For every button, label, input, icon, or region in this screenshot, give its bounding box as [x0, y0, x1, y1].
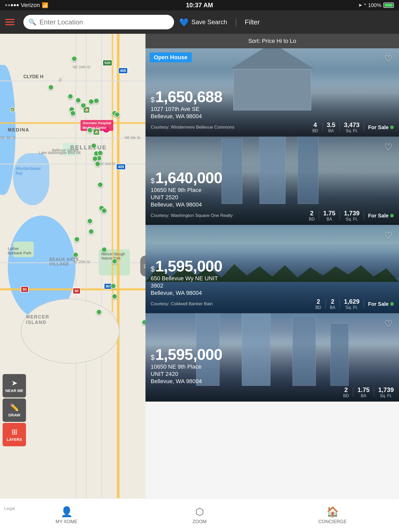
road-label-ne8th-e: NE 8th St: [125, 136, 140, 140]
map-marker-22[interactable]: [88, 229, 94, 234]
map-marker-26[interactable]: [112, 258, 117, 264]
tab-concierge[interactable]: 🏠 CONCIERGE: [266, 506, 399, 524]
map-marker-14[interactable]: [97, 150, 103, 156]
home-pin-marker-2: 🏠: [93, 129, 100, 135]
signal-dot-2: [8, 4, 10, 6]
map-section[interactable]: 10... NE 24th St NE 8th St NE 8th St NE …: [0, 34, 145, 498]
meydenbauer-bay-water: [13, 153, 49, 205]
heart-outline-icon-1: ♡: [384, 54, 393, 64]
search-box[interactable]: 🔍: [23, 15, 174, 29]
draw-button[interactable]: ✏️ DRAW: [3, 398, 26, 422]
map-marker-17[interactable]: [95, 161, 101, 167]
address-line-2a: 10650 NE 9th Place: [151, 187, 394, 194]
save-search-label: Save Search: [191, 18, 227, 26]
battery-fill: [384, 4, 393, 7]
map-marker-0[interactable]: [71, 56, 77, 62]
draw-icon: ✏️: [10, 403, 19, 412]
favorite-button-2[interactable]: ♡: [382, 141, 395, 154]
stat-divider-4b: [374, 388, 374, 397]
map-marker-11[interactable]: [87, 127, 93, 133]
filter-button[interactable]: Filter: [245, 18, 260, 26]
home-pin-marker-3: 🏠: [10, 107, 15, 112]
map-marker-24[interactable]: [101, 247, 107, 252]
address-line-3b: 3902: [151, 282, 394, 289]
map-marker-1[interactable]: [48, 84, 54, 90]
map-marker-28[interactable]: [112, 294, 117, 299]
map-buttons-container: ➤ NEAR ME ✏️ DRAW ⊞ LAYERS: [3, 374, 26, 446]
courtesy-2: Courtesy: Washington Square One Realty: [151, 213, 309, 218]
menu-button[interactable]: [5, 16, 18, 29]
map-marker-27[interactable]: [110, 283, 116, 289]
sqft-stat-4: 1,739 Sq. Ft.: [378, 386, 394, 398]
listing-details-1: Courtesy: Windermere Bellevue Commons 4 …: [151, 121, 394, 133]
stats-4: 2 BD 1.75 BA 1,739 Sq. Ft.: [343, 386, 394, 398]
price-amount-1: 1,650,688: [155, 89, 222, 105]
listing-card-1[interactable]: Open House ♡ $ 1,650,688 1027 107th Ave …: [145, 48, 399, 137]
city-line-4: Bellevue, WA 98004: [151, 378, 394, 385]
listing-card-4[interactable]: ♡ $ 1,595,000 10650 NE 9th Place UNIT 24…: [145, 313, 399, 402]
tab-zoom[interactable]: ⬡ ZOOM: [133, 506, 266, 524]
map-marker-20[interactable]: [101, 208, 107, 214]
legal-link[interactable]: Legal: [4, 506, 15, 511]
nav-bar: 🔍 💙 Save Search | Filter: [0, 10, 399, 34]
tab-my-xome[interactable]: 👤 MY XOME: [0, 506, 133, 524]
map-marker-21[interactable]: [87, 218, 93, 224]
sqft-stat-3: 1,629 Sq. Ft.: [344, 298, 360, 310]
map-marker-6[interactable]: [81, 103, 86, 108]
listings-panel: Sort: Price Hi to Lo Open House ♡ $: [145, 34, 399, 498]
map-marker-3[interactable]: [75, 97, 81, 103]
search-input[interactable]: [39, 18, 169, 26]
location-icon: ➤: [358, 2, 362, 8]
concierge-label: CONCIERGE: [318, 519, 347, 524]
stat-divider-4a: [353, 388, 353, 397]
listing-card-2[interactable]: ♡ $ 1,640,000 10650 NE 9th Place UNIT 25…: [145, 137, 399, 225]
label-mercer-island: MERCERISLAND: [26, 314, 49, 325]
status-left: Verizon 📶: [5, 2, 48, 9]
favorite-button-3[interactable]: ♡: [382, 229, 395, 242]
map-marker-18[interactable]: [97, 182, 103, 188]
save-search-button[interactable]: 💙 Save Search: [179, 18, 227, 27]
signal-dot-4: [14, 4, 16, 6]
label-luther-burbank: LutherBurbank Park: [8, 246, 31, 255]
map-marker-30[interactable]: [142, 320, 145, 325]
stat-divider-3c: [364, 299, 364, 309]
favorite-button-1[interactable]: ♡: [382, 52, 395, 65]
map-marker-2[interactable]: [68, 94, 73, 99]
map-marker-10[interactable]: [114, 112, 120, 117]
listing-overlay-3: $ 1,595,000 650 Bellevue Wy NE UNIT 3902…: [145, 254, 399, 313]
map-marker-23[interactable]: [74, 236, 80, 242]
price-amount-4: 1,595,000: [155, 347, 222, 362]
open-house-badge: Open House: [150, 52, 192, 62]
beds-stat-1: 4 BD: [312, 121, 318, 133]
save-search-heart-icon: 💙: [179, 18, 189, 27]
map-marker-8[interactable]: [70, 110, 76, 116]
layers-button[interactable]: ⊞ LAYERS: [3, 423, 26, 446]
road-label-ne24: NE 24th St: [73, 65, 90, 69]
city-line-3: Bellevue, WA 98004: [151, 290, 394, 296]
road-ne8th: [0, 138, 145, 138]
road-112th-vertical: [101, 34, 102, 498]
shield-405-top: 405: [118, 68, 128, 74]
drag-handle[interactable]: |||: [140, 256, 145, 276]
for-sale-badge-1: For Sale: [368, 124, 394, 130]
favorite-button-4[interactable]: ♡: [382, 317, 395, 330]
heart-outline-icon-3: ♡: [384, 230, 393, 241]
map-marker-4[interactable]: [88, 99, 94, 104]
map-marker-16[interactable]: [92, 156, 98, 162]
shield-90-mid: 90: [73, 288, 81, 294]
sort-label: Sort: Price Hi to Lo: [248, 38, 296, 44]
beds-stat-4: 2 BD: [343, 386, 349, 398]
price-dollar-2: $: [151, 177, 155, 185]
near-me-button[interactable]: ➤ NEAR ME: [3, 374, 26, 397]
tab-bar: Legal 👤 MY XOME ⬡ ZOOM 🏠 CONCIERGE: [0, 498, 399, 532]
map-marker-5[interactable]: [94, 98, 99, 104]
battery-label: 100%: [368, 2, 381, 8]
layers-label: LAYERS: [6, 437, 22, 442]
map-marker-12[interactable]: [91, 143, 97, 149]
listing-card-3[interactable]: ♡ $ 1,595,000 650 Bellevue Wy NE UNIT 39…: [145, 225, 399, 313]
map-marker-29[interactable]: [96, 309, 102, 315]
map-marker-25[interactable]: [73, 252, 78, 258]
stat-divider-1c: [364, 123, 364, 132]
price-row-1: $ 1,650,688: [151, 89, 394, 105]
sort-bar[interactable]: Sort: Price Hi to Lo: [145, 34, 399, 48]
